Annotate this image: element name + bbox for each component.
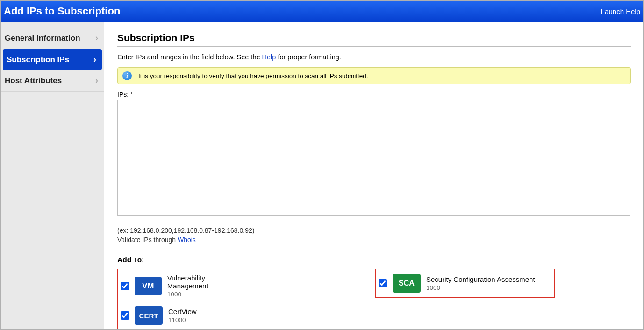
- help-link[interactable]: Help: [262, 53, 276, 61]
- checkbox-cert[interactable]: [121, 311, 129, 320]
- chevron-right-icon: ›: [93, 55, 96, 65]
- module-name: CertView: [168, 308, 197, 316]
- addto-col-left: VM Vulnerability Management 1000 CERT Ce…: [117, 269, 263, 329]
- addto-row-sca: SCA Security Configuration Assessment 10…: [379, 274, 537, 293]
- layout: General Information › Subscription IPs ›…: [1, 22, 643, 329]
- module-count: 11000: [168, 316, 197, 323]
- notice-text: It is your responsibility to verify that…: [138, 72, 368, 79]
- validate-line: Validate IPs through Whois: [117, 236, 631, 245]
- module-name: Security Configuration Assessment: [426, 275, 535, 283]
- addto-row-vm: VM Vulnerability Management 1000: [121, 274, 246, 298]
- addto-text-sca: Security Configuration Assessment 1000: [426, 275, 535, 291]
- ips-label: IPs: *: [117, 91, 631, 98]
- checkbox-sca[interactable]: [379, 279, 387, 287]
- addto-col-right: SCA Security Configuration Assessment 10…: [375, 269, 555, 329]
- launch-help-link[interactable]: Launch Help: [601, 7, 640, 15]
- chevron-right-icon: ›: [95, 76, 98, 86]
- chevron-right-icon: ›: [95, 33, 98, 43]
- intro-prefix: Enter IPs and ranges in the field below.…: [117, 53, 262, 61]
- permission-notice: i It is your responsibility to verify th…: [117, 67, 631, 84]
- intro-text: Enter IPs and ranges in the field below.…: [117, 53, 631, 61]
- checkbox-vm[interactable]: [121, 282, 129, 290]
- addto-row-cert: CERT CertView 11000: [121, 306, 246, 325]
- addto-box-left: VM Vulnerability Management 1000 CERT Ce…: [117, 269, 263, 329]
- sca-badge-icon: SCA: [393, 274, 421, 293]
- main-content: Subscription IPs Enter IPs and ranges in…: [104, 22, 643, 329]
- example-text: (ex: 192.168.0.200,192.168.0.87-192.168.…: [117, 226, 631, 236]
- sidebar-item-label: Host Attributes: [5, 76, 62, 86]
- validate-prefix: Validate IPs through: [117, 236, 178, 244]
- header-bar: Add IPs to Subscription Launch Help: [1, 1, 643, 22]
- addto-box-right: SCA Security Configuration Assessment 10…: [375, 269, 555, 298]
- whois-link[interactable]: Whois: [178, 236, 196, 244]
- sidebar-item-label: Subscription IPs: [7, 55, 69, 65]
- vm-badge-icon: VM: [135, 277, 162, 295]
- section-title: Subscription IPs: [117, 32, 631, 43]
- sidebar-item-host-attributes[interactable]: Host Attributes ›: [1, 70, 104, 92]
- sidebar-item-subscription-ips[interactable]: Subscription IPs ›: [3, 49, 102, 70]
- module-count: 1000: [426, 284, 535, 291]
- addto-grid: VM Vulnerability Management 1000 CERT Ce…: [117, 269, 631, 329]
- module-count: 1000: [167, 291, 246, 298]
- addto-text-vm: Vulnerability Management 1000: [167, 274, 246, 298]
- ips-input[interactable]: [117, 100, 630, 216]
- cert-badge-icon: CERT: [135, 306, 163, 325]
- module-name: Vulnerability Management: [167, 274, 246, 290]
- page-title: Add IPs to Subscription: [4, 5, 120, 17]
- divider: [117, 46, 631, 47]
- addto-text-cert: CertView 11000: [168, 308, 197, 323]
- sidebar: General Information › Subscription IPs ›…: [1, 22, 104, 329]
- sidebar-item-general-information[interactable]: General Information ›: [1, 28, 104, 49]
- example-block: (ex: 192.168.0.200,192.168.0.87-192.168.…: [117, 226, 631, 244]
- info-icon: i: [122, 71, 132, 80]
- addto-title: Add To:: [117, 256, 631, 264]
- sidebar-item-label: General Information: [5, 34, 80, 43]
- intro-suffix: for proper formatting.: [276, 53, 341, 61]
